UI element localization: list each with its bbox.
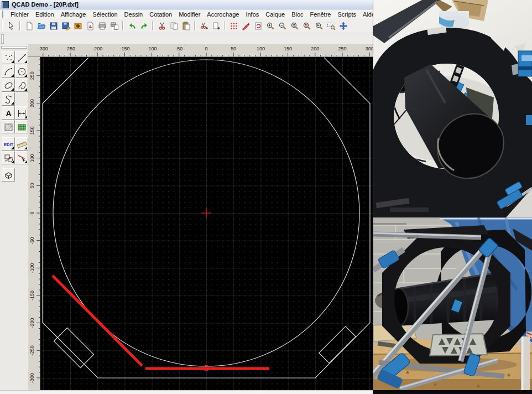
toolbar-button-print-preview[interactable] xyxy=(108,20,121,32)
svg-text:-300: -300 xyxy=(29,373,35,383)
menu-item-bloc[interactable]: Bloc xyxy=(288,11,306,18)
menu-item-selection[interactable]: Sélection xyxy=(89,11,121,18)
toolbar-button-grid[interactable] xyxy=(228,20,240,32)
svg-text:-300: -300 xyxy=(38,46,48,51)
toolbar-grip[interactable] xyxy=(2,21,3,30)
menu-bar: FichierEditionAffichageSélectionDessinCo… xyxy=(0,9,373,19)
menu-item-modifier[interactable]: Modifier xyxy=(175,11,204,18)
svg-text:0: 0 xyxy=(205,46,207,51)
tool-arc[interactable] xyxy=(2,65,15,78)
main-toolbar: A xyxy=(0,19,373,33)
toolbar-grip[interactable] xyxy=(152,21,154,30)
app-icon xyxy=(2,1,9,8)
svg-text:50: 50 xyxy=(231,46,236,51)
svg-text:200: 200 xyxy=(29,99,35,107)
toolbar-button-zoom-ref[interactable] xyxy=(301,20,313,32)
svg-text:-150: -150 xyxy=(119,46,129,51)
svg-text:-100: -100 xyxy=(29,263,35,273)
horizontal-ruler: -300-250-200-150-100-5005010015020025030… xyxy=(28,44,373,57)
svg-text:-50: -50 xyxy=(29,237,35,244)
tool-block[interactable] xyxy=(2,151,15,164)
svg-text:-250: -250 xyxy=(65,46,75,51)
document-icon[interactable] xyxy=(2,11,3,18)
tool-hatch[interactable] xyxy=(2,120,15,133)
svg-text:EDIT: EDIT xyxy=(4,142,14,147)
svg-text:-250: -250 xyxy=(29,345,35,355)
svg-text:A: A xyxy=(89,24,92,29)
secondary-toolbar xyxy=(0,33,373,44)
tool-polyline[interactable] xyxy=(2,92,15,106)
toolbar-button-redraw[interactable] xyxy=(252,20,264,32)
toolbar-button-cut-ref[interactable] xyxy=(198,20,210,32)
toolbar-button-pointer[interactable] xyxy=(6,20,18,32)
toolbar-grip[interactable] xyxy=(1,34,4,44)
menu-item-accrochage[interactable]: Accrochage xyxy=(204,11,242,18)
toolbar-button-copy[interactable] xyxy=(168,20,180,32)
tool-spline[interactable] xyxy=(15,79,28,92)
toolbar-button-print[interactable] xyxy=(96,20,108,32)
toolbar-button-zoom-auto[interactable] xyxy=(289,20,301,32)
tool-solid[interactable] xyxy=(2,168,15,182)
photo-telescope-truss-assembly xyxy=(373,217,532,394)
toolbar-button-zoom-out[interactable] xyxy=(277,20,289,32)
svg-text:-200: -200 xyxy=(92,46,102,51)
toolbar-button-export-image[interactable] xyxy=(72,20,84,32)
toolbar-grip[interactable] xyxy=(19,21,21,30)
svg-text:-50: -50 xyxy=(175,46,182,51)
svg-text:250: 250 xyxy=(29,71,35,80)
vertical-ruler: 250200150100500-50-100-150-200-250-300 xyxy=(28,57,40,390)
toolbar-button-undo[interactable] xyxy=(126,20,138,32)
tool-edit[interactable]: EDIT xyxy=(2,137,15,151)
toolbar-button-zoom-window[interactable] xyxy=(325,20,337,32)
title-bar: QCAD Demo - [20P.dxf] xyxy=(0,0,373,9)
tool-text[interactable]: A xyxy=(2,106,15,120)
menu-item-fichier[interactable]: Fichier xyxy=(7,11,32,18)
toolbar-grip[interactable] xyxy=(224,21,226,30)
tool-line[interactable] xyxy=(15,51,28,64)
svg-text:300: 300 xyxy=(366,46,373,51)
toolbar-button-zoom-prev[interactable] xyxy=(313,20,325,32)
photo-bottom-graphic xyxy=(373,217,532,394)
tool-explode[interactable] xyxy=(15,151,28,164)
window-title: QCAD Demo - [20P.dxf] xyxy=(12,1,79,8)
toolbar-button-pan[interactable] xyxy=(337,20,350,32)
toolbar-button-zoom-in[interactable] xyxy=(264,20,277,32)
bottom-strip xyxy=(0,390,373,394)
drawing-canvas[interactable] xyxy=(40,57,373,390)
tool-circle[interactable] xyxy=(15,65,28,78)
tool-point[interactable] xyxy=(2,51,15,64)
svg-text:50: 50 xyxy=(29,183,35,188)
toolbar-grip[interactable] xyxy=(194,21,196,30)
menu-item-edition[interactable]: Edition xyxy=(32,11,58,18)
tool-measure[interactable] xyxy=(15,137,28,151)
toolbar-grip[interactable] xyxy=(122,21,124,30)
menu-item-fenetre[interactable]: Fenêtre xyxy=(307,11,335,18)
toolbar-button-paste-ref[interactable] xyxy=(210,20,222,32)
toolbar-button-paste[interactable] xyxy=(180,20,192,32)
toolbar-button-redo[interactable] xyxy=(138,20,150,32)
toolbar-button-cut[interactable] xyxy=(156,20,168,32)
toolbar-button-save-as[interactable] xyxy=(60,20,72,32)
menu-item-cotation[interactable]: Cotation xyxy=(146,11,175,18)
menu-item-scripts[interactable]: Scripts xyxy=(334,11,359,18)
tool-image[interactable] xyxy=(15,120,28,133)
tool-ellipse[interactable] xyxy=(2,79,15,92)
tool-dimension[interactable] xyxy=(15,106,28,120)
menu-item-dessin[interactable]: Dessin xyxy=(121,11,147,18)
menu-item-calque[interactable]: Calque xyxy=(262,11,288,18)
screenshot-root: QCAD Demo - [20P.dxf] FichierEditionAffi… xyxy=(0,0,532,394)
toolbar-button-doc-new[interactable] xyxy=(23,20,35,32)
toolbar-button-folder-open[interactable] xyxy=(35,20,48,32)
toolbar-button-export-pdf[interactable]: A xyxy=(84,20,96,32)
svg-text:-200: -200 xyxy=(29,318,35,328)
svg-text:150: 150 xyxy=(29,127,35,135)
palette-grip[interactable] xyxy=(1,46,27,49)
toolbar-button-draft[interactable] xyxy=(240,20,252,32)
toolbar-button-save[interactable] xyxy=(48,20,60,32)
menu-item-infos[interactable]: Infos xyxy=(242,11,262,18)
honeycomb-plate xyxy=(430,334,487,356)
menu-item-affichage[interactable]: Affichage xyxy=(58,11,90,18)
tool-palette: AEDIT xyxy=(0,44,28,394)
qcad-window: QCAD Demo - [20P.dxf] FichierEditionAffi… xyxy=(0,0,373,394)
photo-top-graphic xyxy=(373,0,532,217)
